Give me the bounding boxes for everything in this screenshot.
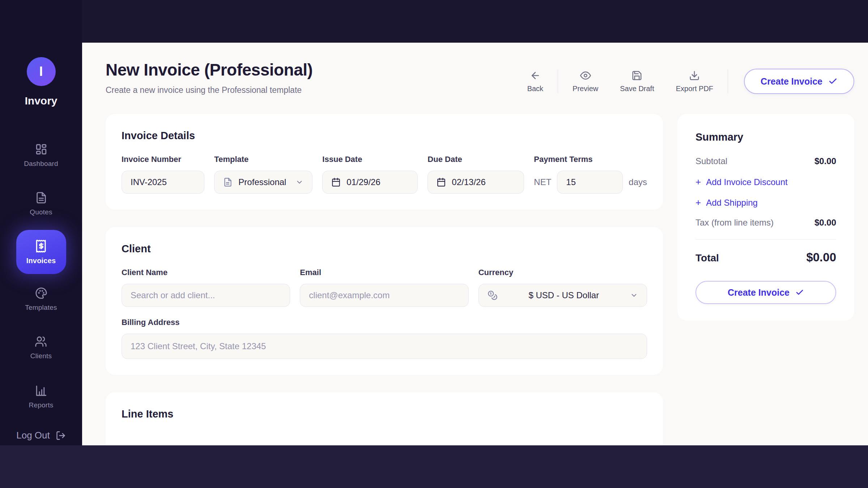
back-button[interactable]: Back (516, 70, 554, 93)
sidebar-item-clients[interactable]: Clients (30, 335, 52, 360)
add-invoice-discount-label: Add Invoice Discount (706, 177, 787, 187)
page-subtitle: Create a new invoice using the Professio… (106, 85, 312, 95)
sidebar: I Invory Dashboard Quotes Invoices Templ… (0, 0, 82, 445)
add-shipping-link[interactable]: + Add Shipping (695, 197, 758, 208)
chevron-down-icon (630, 291, 638, 299)
summary-card: Summary Subtotal $0.00 + Add Invoice Dis… (677, 114, 854, 321)
sidebar-item-quotes[interactable]: Quotes (30, 192, 52, 216)
template-select[interactable]: Professional (214, 171, 312, 194)
invoice-details-heading: Invoice Details (122, 130, 647, 142)
divider (728, 69, 728, 93)
invoice-number-field: Invoice Number (122, 155, 204, 194)
net-label: NET (534, 177, 551, 187)
sidebar-item-label: Reports (29, 401, 54, 409)
total-value: $0.00 (806, 251, 836, 264)
divider (695, 239, 836, 240)
sidebar-item-label: Invoices (26, 257, 56, 265)
template-label: Template (214, 155, 312, 164)
sidebar-item-invoices[interactable]: Invoices (16, 230, 66, 274)
calendar-icon (331, 177, 341, 187)
export-pdf-button[interactable]: Export PDF (665, 70, 724, 93)
logout-button[interactable]: Log Out (16, 430, 66, 441)
app-logo: I Invory (25, 57, 57, 107)
main-grid: Invoice Details Invoice Number Template … (106, 114, 854, 445)
issue-date-label: Issue Date (322, 155, 418, 164)
create-invoice-button[interactable]: Create Invoice (744, 69, 854, 94)
billing-address-input[interactable] (122, 334, 647, 359)
sidebar-item-templates[interactable]: Templates (25, 287, 57, 312)
plus-icon: + (695, 176, 701, 188)
currency-field: Currency $ USD - US Dollar (478, 268, 647, 307)
client-name-label: Client Name (122, 268, 290, 277)
subtotal-value: $0.00 (814, 156, 836, 166)
line-items-card: Line Items (106, 392, 663, 445)
email-input[interactable] (300, 284, 468, 307)
template-value: Professional (238, 177, 286, 187)
tax-row: Tax (from line items) $0.00 (695, 218, 836, 228)
eye-icon (580, 70, 591, 81)
subtotal-label: Subtotal (695, 156, 727, 166)
issue-date-input[interactable]: 01/29/26 (322, 171, 418, 194)
save-draft-button[interactable]: Save Draft (609, 70, 665, 93)
summary-heading: Summary (695, 131, 836, 143)
create-invoice-label: Create Invoice (761, 76, 822, 87)
currency-label: Currency (478, 268, 647, 277)
sidebar-item-label: Templates (25, 304, 57, 312)
logo-icon: I (27, 57, 56, 86)
add-shipping-label: Add Shipping (706, 198, 758, 208)
clients-icon (35, 335, 47, 348)
sidebar-nav: Dashboard Quotes Invoices Templates Clie… (0, 143, 82, 409)
back-label: Back (527, 85, 543, 93)
preview-button[interactable]: Preview (562, 70, 609, 93)
billing-address-label: Billing Address (122, 318, 647, 327)
due-date-input[interactable]: 02/13/26 (427, 171, 524, 194)
check-icon (795, 288, 804, 297)
currency-select[interactable]: $ USD - US Dollar (478, 284, 647, 307)
invoice-number-input[interactable] (122, 171, 204, 194)
subtotal-row: Subtotal $0.00 (695, 156, 836, 166)
add-invoice-discount-link[interactable]: + Add Invoice Discount (695, 176, 788, 188)
create-invoice-label: Create Invoice (728, 287, 790, 298)
sidebar-item-dashboard[interactable]: Dashboard (24, 143, 58, 168)
page-titles: New Invoice (Professional) Create a new … (106, 60, 312, 95)
due-date-label: Due Date (427, 155, 524, 164)
invoice-number-label: Invoice Number (122, 155, 204, 164)
issue-date-field: Issue Date 01/29/26 (322, 155, 418, 194)
page-header: New Invoice (Professional) Create a new … (106, 60, 854, 95)
save-icon (631, 70, 642, 81)
due-date-field: Due Date 02/13/26 (427, 155, 524, 194)
line-items-heading: Line Items (122, 408, 647, 420)
payment-terms-group: NET days (534, 171, 647, 194)
email-label: Email (300, 268, 468, 277)
templates-icon (35, 287, 47, 299)
billing-address-field: Billing Address (122, 318, 647, 359)
total-row: Total $0.00 (695, 251, 836, 264)
invoices-icon (34, 239, 48, 253)
save-draft-label: Save Draft (620, 85, 654, 93)
form-column: Invoice Details Invoice Number Template … (106, 114, 663, 445)
total-label: Total (695, 252, 719, 264)
days-label: days (629, 177, 647, 187)
reports-icon (35, 385, 47, 397)
arrow-left-icon (530, 70, 541, 81)
payment-terms-input[interactable] (557, 171, 623, 194)
sidebar-item-reports[interactable]: Reports (29, 385, 54, 409)
create-invoice-button-summary[interactable]: Create Invoice (695, 281, 836, 304)
header-actions: Back Preview Save Draft Export PDF Creat… (516, 69, 854, 94)
due-date-value: 02/13/26 (452, 177, 485, 187)
quotes-icon (35, 192, 47, 204)
plus-icon: + (695, 197, 701, 208)
logout-icon (56, 431, 66, 441)
preview-label: Preview (573, 85, 598, 93)
payment-terms-field: Payment Terms NET days (534, 155, 647, 194)
logo-letter: I (39, 64, 43, 79)
check-icon (828, 77, 838, 86)
bottom-band (0, 445, 868, 488)
client-name-input[interactable] (122, 284, 290, 307)
template-field: Template Professional (214, 155, 312, 194)
page-title: New Invoice (Professional) (106, 60, 312, 80)
app-name: Invory (25, 95, 57, 107)
issue-date-value: 01/29/26 (346, 177, 380, 187)
payment-terms-label: Payment Terms (534, 155, 647, 164)
email-field: Email (300, 268, 468, 307)
